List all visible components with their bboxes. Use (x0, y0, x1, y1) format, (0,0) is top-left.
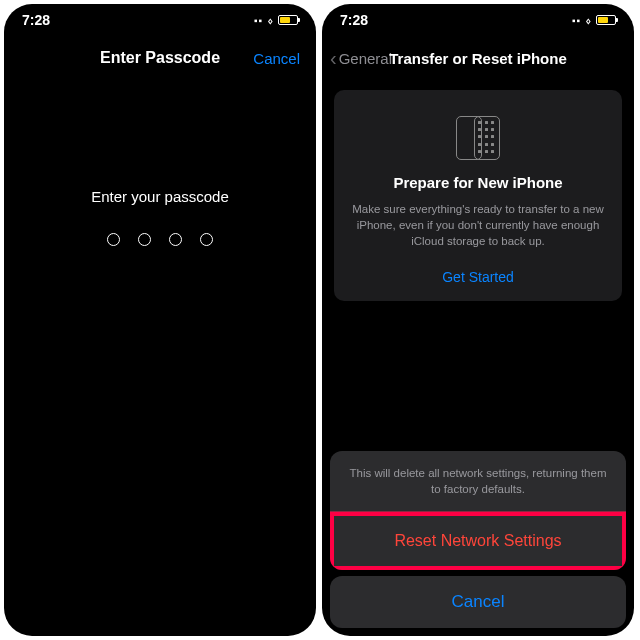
passcode-dot (138, 233, 151, 246)
action-sheet: This will delete all network settings, r… (330, 451, 626, 628)
status-indicators: ▪▪ ⬨ (572, 14, 616, 26)
page-title: Transfer or Reset iPhone (389, 50, 567, 67)
back-label: General (339, 50, 392, 67)
chevron-left-icon: ‹ (330, 48, 337, 68)
cancel-button[interactable]: Cancel (253, 50, 300, 67)
phone-transfer-icon (348, 110, 608, 160)
action-sheet-group: This will delete all network settings, r… (330, 451, 626, 570)
sheet-message: This will delete all network settings, r… (330, 451, 626, 512)
status-bar: 7:28 ▪▪ ⬨ (4, 4, 316, 36)
battery-icon (278, 15, 298, 25)
passcode-dots[interactable] (4, 233, 316, 246)
status-indicators: ▪▪ ⬨ (254, 14, 298, 26)
page-title: Enter Passcode (100, 49, 220, 67)
passcode-dot (107, 233, 120, 246)
wifi-icon: ⬨ (585, 14, 592, 26)
card-description: Make sure everything's ready to transfer… (348, 201, 608, 249)
passcode-screen: 7:28 ▪▪ ⬨ Enter Passcode Cancel Enter yo… (4, 4, 316, 636)
passcode-prompt: Enter your passcode (4, 188, 316, 205)
status-time: 7:28 (22, 12, 50, 28)
card-title: Prepare for New iPhone (348, 174, 608, 191)
signal-icon: ▪▪ (572, 15, 581, 26)
nav-bar: ‹ General Transfer or Reset iPhone (322, 38, 634, 78)
signal-icon: ▪▪ (254, 15, 263, 26)
passcode-dot (200, 233, 213, 246)
nav-bar: Enter Passcode Cancel (4, 38, 316, 78)
passcode-dot (169, 233, 182, 246)
prepare-card: Prepare for New iPhone Make sure everyth… (334, 90, 622, 301)
status-bar: 7:28 ▪▪ ⬨ (322, 4, 634, 36)
status-time: 7:28 (340, 12, 368, 28)
reset-network-settings-button[interactable]: Reset Network Settings (330, 512, 626, 570)
transfer-reset-screen: 7:28 ▪▪ ⬨ ‹ General Transfer or Reset iP… (322, 4, 634, 636)
get-started-link[interactable]: Get Started (348, 269, 608, 285)
wifi-icon: ⬨ (267, 14, 274, 26)
sheet-cancel-button[interactable]: Cancel (330, 576, 626, 628)
battery-icon (596, 15, 616, 25)
back-button[interactable]: ‹ General (330, 48, 392, 68)
